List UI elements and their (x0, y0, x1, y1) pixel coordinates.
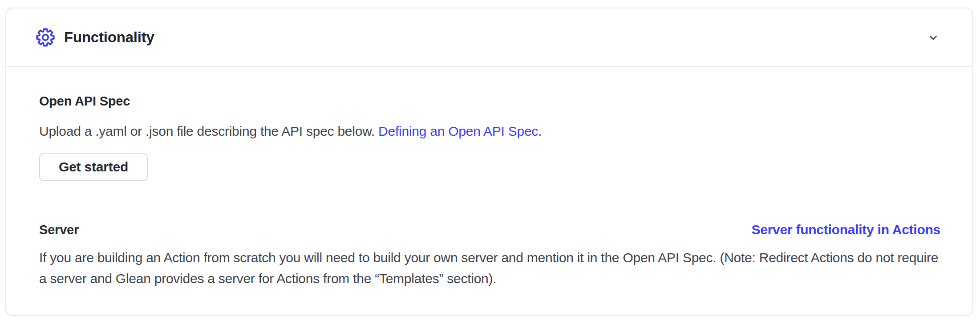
functionality-section-body: Open API Spec Upload a .yaml or .json fi… (6, 67, 972, 289)
open-api-spec-heading: Open API Spec (39, 94, 940, 109)
server-description: If you are building an Action from scrat… (39, 247, 940, 289)
server-section: Server Server functionality in Actions I… (39, 222, 940, 289)
server-functionality-link[interactable]: Server functionality in Actions (751, 222, 940, 237)
gear-icon (36, 28, 55, 47)
get-started-button[interactable]: Get started (39, 153, 148, 181)
open-api-spec-section: Open API Spec Upload a .yaml or .json fi… (39, 94, 940, 181)
chevron-down-icon (926, 30, 940, 45)
open-api-spec-description-text: Upload a .yaml or .json file describing … (39, 124, 375, 138)
server-heading-row: Server Server functionality in Actions (39, 222, 940, 237)
open-api-spec-description: Upload a .yaml or .json file describing … (39, 121, 940, 142)
server-heading: Server (39, 223, 79, 237)
functionality-section-header[interactable]: Functionality (6, 8, 972, 67)
section-title: Functionality (64, 29, 154, 46)
functionality-card: Functionality Open API Spec Upload a .ya… (5, 8, 973, 316)
collapse-toggle-button[interactable] (925, 29, 941, 45)
defining-open-api-spec-link[interactable]: Defining an Open API Spec. (378, 124, 542, 138)
